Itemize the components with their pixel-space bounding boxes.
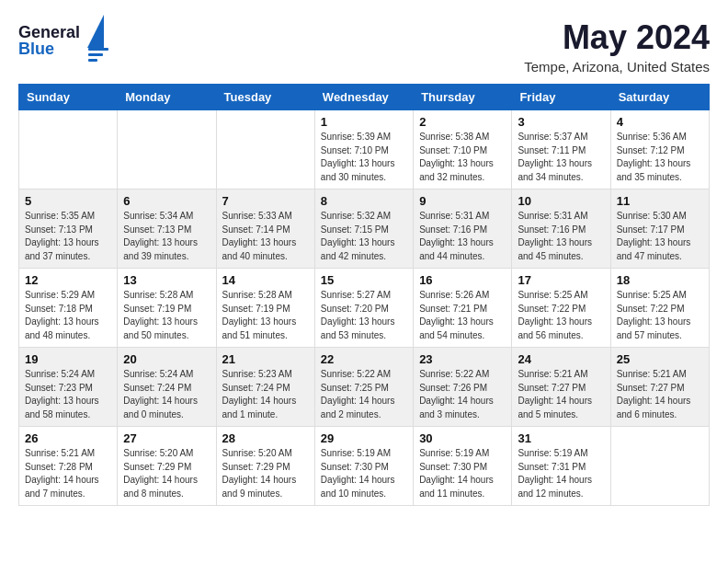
page-subtitle: Tempe, Arizona, United States bbox=[524, 59, 710, 75]
logo-bars-icon bbox=[88, 48, 108, 62]
day-info: Sunrise: 5:19 AM Sunset: 7:30 PM Dayligh… bbox=[321, 447, 407, 500]
day-info: Sunrise: 5:21 AM Sunset: 7:28 PM Dayligh… bbox=[25, 447, 111, 500]
day-info: Sunrise: 5:28 AM Sunset: 7:19 PM Dayligh… bbox=[123, 289, 210, 342]
logo-text: General Blue bbox=[18, 24, 80, 57]
calendar-day-23: 23Sunrise: 5:22 AM Sunset: 7:26 PM Dayli… bbox=[414, 348, 512, 427]
calendar-day-2: 2Sunrise: 5:38 AM Sunset: 7:10 PM Daylig… bbox=[414, 110, 512, 190]
day-info: Sunrise: 5:35 AM Sunset: 7:13 PM Dayligh… bbox=[25, 210, 111, 263]
logo-triangle-icon bbox=[87, 15, 104, 48]
day-number: 27 bbox=[123, 431, 210, 445]
calendar-day-15: 15Sunrise: 5:27 AM Sunset: 7:20 PM Dayli… bbox=[314, 269, 413, 348]
day-info: Sunrise: 5:36 AM Sunset: 7:12 PM Dayligh… bbox=[617, 131, 703, 184]
day-number: 12 bbox=[25, 273, 111, 287]
calendar-day-1: 1Sunrise: 5:39 AM Sunset: 7:10 PM Daylig… bbox=[314, 110, 413, 190]
weekday-header-sunday: Sunday bbox=[19, 85, 118, 110]
calendar-day-22: 22Sunrise: 5:22 AM Sunset: 7:25 PM Dayli… bbox=[314, 348, 413, 427]
day-number: 8 bbox=[321, 194, 407, 208]
page-header: General Blue May 2024 Tempe, Arizona, Un… bbox=[18, 18, 710, 75]
calendar-day-29: 29Sunrise: 5:19 AM Sunset: 7:30 PM Dayli… bbox=[314, 427, 413, 506]
day-info: Sunrise: 5:19 AM Sunset: 7:30 PM Dayligh… bbox=[419, 447, 506, 500]
calendar-header-row: SundayMondayTuesdayWednesdayThursdayFrid… bbox=[19, 85, 710, 110]
calendar-day-26: 26Sunrise: 5:21 AM Sunset: 7:28 PM Dayli… bbox=[19, 427, 118, 506]
day-number: 16 bbox=[419, 273, 506, 287]
weekday-header-friday: Friday bbox=[512, 85, 610, 110]
calendar-table: SundayMondayTuesdayWednesdayThursdayFrid… bbox=[18, 84, 710, 506]
day-info: Sunrise: 5:28 AM Sunset: 7:19 PM Dayligh… bbox=[222, 289, 309, 342]
calendar-day-11: 11Sunrise: 5:30 AM Sunset: 7:17 PM Dayli… bbox=[610, 190, 709, 269]
day-number: 1 bbox=[321, 115, 407, 129]
calendar-day-10: 10Sunrise: 5:31 AM Sunset: 7:16 PM Dayli… bbox=[512, 190, 610, 269]
calendar-day-6: 6Sunrise: 5:34 AM Sunset: 7:13 PM Daylig… bbox=[118, 190, 216, 269]
calendar-day-16: 16Sunrise: 5:26 AM Sunset: 7:21 PM Dayli… bbox=[414, 269, 512, 348]
day-number: 30 bbox=[419, 431, 506, 445]
calendar-day-14: 14Sunrise: 5:28 AM Sunset: 7:19 PM Dayli… bbox=[216, 269, 314, 348]
day-number: 15 bbox=[321, 273, 407, 287]
day-info: Sunrise: 5:31 AM Sunset: 7:16 PM Dayligh… bbox=[518, 210, 604, 263]
logo-bar-2 bbox=[88, 53, 103, 56]
day-number: 11 bbox=[617, 194, 703, 208]
weekday-header-saturday: Saturday bbox=[610, 85, 709, 110]
day-number: 18 bbox=[617, 273, 703, 287]
calendar-empty-cell bbox=[19, 110, 118, 190]
weekday-header-wednesday: Wednesday bbox=[314, 85, 413, 110]
logo-decoration bbox=[85, 18, 108, 62]
day-info: Sunrise: 5:33 AM Sunset: 7:14 PM Dayligh… bbox=[222, 210, 309, 263]
day-number: 26 bbox=[25, 431, 111, 445]
calendar-day-17: 17Sunrise: 5:25 AM Sunset: 7:22 PM Dayli… bbox=[512, 269, 610, 348]
day-info: Sunrise: 5:30 AM Sunset: 7:17 PM Dayligh… bbox=[617, 210, 703, 263]
calendar-day-24: 24Sunrise: 5:21 AM Sunset: 7:27 PM Dayli… bbox=[512, 348, 610, 427]
day-number: 28 bbox=[222, 431, 309, 445]
calendar-day-5: 5Sunrise: 5:35 AM Sunset: 7:13 PM Daylig… bbox=[19, 190, 118, 269]
title-area: May 2024 Tempe, Arizona, United States bbox=[524, 18, 710, 75]
logo-general: General bbox=[18, 24, 80, 40]
day-info: Sunrise: 5:19 AM Sunset: 7:31 PM Dayligh… bbox=[518, 447, 604, 500]
logo-bar-1 bbox=[88, 48, 108, 51]
day-number: 23 bbox=[419, 352, 506, 366]
calendar-day-3: 3Sunrise: 5:37 AM Sunset: 7:11 PM Daylig… bbox=[512, 110, 610, 190]
day-number: 13 bbox=[123, 273, 210, 287]
calendar-day-20: 20Sunrise: 5:24 AM Sunset: 7:24 PM Dayli… bbox=[118, 348, 216, 427]
weekday-header-tuesday: Tuesday bbox=[216, 85, 314, 110]
day-number: 9 bbox=[419, 194, 506, 208]
calendar-week-row: 5Sunrise: 5:35 AM Sunset: 7:13 PM Daylig… bbox=[19, 190, 710, 269]
day-info: Sunrise: 5:32 AM Sunset: 7:15 PM Dayligh… bbox=[321, 210, 407, 263]
calendar-day-12: 12Sunrise: 5:29 AM Sunset: 7:18 PM Dayli… bbox=[19, 269, 118, 348]
calendar-week-row: 19Sunrise: 5:24 AM Sunset: 7:23 PM Dayli… bbox=[19, 348, 710, 427]
calendar-day-13: 13Sunrise: 5:28 AM Sunset: 7:19 PM Dayli… bbox=[118, 269, 216, 348]
day-number: 21 bbox=[222, 352, 309, 366]
day-info: Sunrise: 5:24 AM Sunset: 7:23 PM Dayligh… bbox=[25, 368, 111, 421]
calendar-day-4: 4Sunrise: 5:36 AM Sunset: 7:12 PM Daylig… bbox=[610, 110, 709, 190]
day-number: 7 bbox=[222, 194, 309, 208]
calendar-empty-cell bbox=[216, 110, 314, 190]
logo: General Blue bbox=[18, 18, 108, 62]
day-number: 10 bbox=[518, 194, 604, 208]
calendar-week-row: 1Sunrise: 5:39 AM Sunset: 7:10 PM Daylig… bbox=[19, 110, 710, 190]
weekday-header-thursday: Thursday bbox=[414, 85, 512, 110]
logo-blue: Blue bbox=[18, 40, 80, 57]
day-number: 3 bbox=[518, 115, 604, 129]
day-info: Sunrise: 5:37 AM Sunset: 7:11 PM Dayligh… bbox=[518, 131, 604, 184]
day-number: 29 bbox=[321, 431, 407, 445]
day-info: Sunrise: 5:25 AM Sunset: 7:22 PM Dayligh… bbox=[617, 289, 703, 342]
calendar-day-9: 9Sunrise: 5:31 AM Sunset: 7:16 PM Daylig… bbox=[414, 190, 512, 269]
day-info: Sunrise: 5:34 AM Sunset: 7:13 PM Dayligh… bbox=[123, 210, 210, 263]
day-info: Sunrise: 5:22 AM Sunset: 7:26 PM Dayligh… bbox=[419, 368, 506, 421]
page-title: May 2024 bbox=[524, 18, 710, 57]
calendar-empty-cell bbox=[610, 427, 709, 506]
day-info: Sunrise: 5:21 AM Sunset: 7:27 PM Dayligh… bbox=[617, 368, 703, 421]
day-number: 24 bbox=[518, 352, 604, 366]
day-number: 25 bbox=[617, 352, 703, 366]
calendar-week-row: 26Sunrise: 5:21 AM Sunset: 7:28 PM Dayli… bbox=[19, 427, 710, 506]
day-number: 4 bbox=[617, 115, 703, 129]
day-number: 17 bbox=[518, 273, 604, 287]
day-number: 22 bbox=[321, 352, 407, 366]
calendar-day-27: 27Sunrise: 5:20 AM Sunset: 7:29 PM Dayli… bbox=[118, 427, 216, 506]
day-info: Sunrise: 5:27 AM Sunset: 7:20 PM Dayligh… bbox=[321, 289, 407, 342]
calendar-day-7: 7Sunrise: 5:33 AM Sunset: 7:14 PM Daylig… bbox=[216, 190, 314, 269]
day-info: Sunrise: 5:20 AM Sunset: 7:29 PM Dayligh… bbox=[222, 447, 309, 500]
day-number: 5 bbox=[25, 194, 111, 208]
day-info: Sunrise: 5:22 AM Sunset: 7:25 PM Dayligh… bbox=[321, 368, 407, 421]
day-number: 20 bbox=[123, 352, 210, 366]
logo-bar-3 bbox=[88, 59, 97, 62]
day-number: 14 bbox=[222, 273, 309, 287]
